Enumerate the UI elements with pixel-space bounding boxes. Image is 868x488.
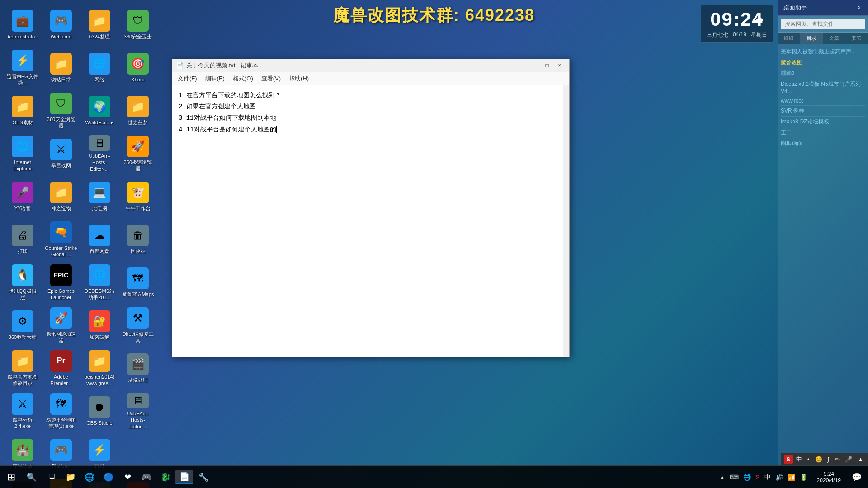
ime-item-mic[interactable]: 🎤 bbox=[843, 455, 854, 464]
desktop-icon-yiyou-map[interactable]: 🗺 易游平台地图管理(1).exe bbox=[43, 391, 79, 432]
news-item-7[interactable]: imoke8-DZ论坛模板 bbox=[781, 117, 865, 127]
taskbar-btn-tool[interactable]: 🔧 bbox=[194, 470, 212, 484]
desktop-icon-xunlei[interactable]: ⚡ 迅雷MPG文件操... bbox=[5, 47, 41, 88]
tray-network2-icon[interactable]: 📶 bbox=[786, 473, 797, 482]
ime-item-up[interactable]: ▲ bbox=[856, 455, 865, 464]
notepad-scrollbar[interactable] bbox=[563, 85, 569, 357]
ime-item-dot[interactable]: • bbox=[806, 455, 811, 464]
desktop-icon-360safe[interactable]: 🛡 360安全卫士 bbox=[120, 5, 156, 45]
taskbar-btn-desktop[interactable]: 🖥 bbox=[42, 470, 61, 484]
menu-help[interactable]: 帮助(H) bbox=[285, 73, 312, 84]
taskbar-btn-ie[interactable]: 🌐 bbox=[80, 470, 99, 484]
desktop-icon-epic[interactable]: EPIC Epic Games Launcher bbox=[43, 262, 79, 303]
shizilm-icon: 📁 bbox=[127, 96, 149, 117]
video-process-icon: 🎬 bbox=[127, 353, 149, 375]
news-item-3[interactable]: 蹦蹦3 bbox=[781, 68, 865, 79]
desktop-icon-0324[interactable]: 📁 0324整理 bbox=[81, 5, 118, 45]
desktop-icon-usbeam2[interactable]: 🖥 UsbEAm-Hosts-Editor-... bbox=[120, 391, 156, 432]
crack-label: 加密破解 bbox=[90, 334, 109, 340]
desktop-icon-dedecms[interactable]: 🌐 DEDECMS站助手201... bbox=[81, 262, 118, 303]
desktop-icon-wowmap-dir[interactable]: 📁 魔兽官方地图修改目录 bbox=[5, 348, 41, 389]
taskbar-clock[interactable]: 9:24 2020/4/19 bbox=[812, 471, 845, 483]
tray-battery-icon[interactable]: 🔋 bbox=[798, 473, 809, 482]
taskbar-btn-explorer[interactable]: 📁 bbox=[61, 470, 80, 484]
news-item-6[interactable]: SVR 例样 bbox=[781, 106, 865, 117]
sidebar-tab-qita[interactable]: 其它 bbox=[845, 33, 868, 44]
desktop-icon-beishen[interactable]: 📁 beishen2014(www.gree... bbox=[81, 348, 118, 389]
news-item-9[interactable]: 圆框画面 bbox=[781, 138, 865, 149]
ime-item-pencil[interactable]: ✏ bbox=[833, 455, 841, 464]
menu-file[interactable]: 文件(F) bbox=[174, 73, 201, 84]
notepad-minimize-btn[interactable]: ─ bbox=[528, 61, 540, 70]
notepad-content[interactable]: 1 在官方平台下载的地图怎么找到？ 2 如果在官方创建个人地图 3 11对战平台… bbox=[172, 85, 569, 357]
tray-network-icon[interactable]: 🌐 bbox=[742, 473, 752, 482]
desktop-icon-recycle[interactable]: 🗑 回收站 bbox=[120, 219, 156, 260]
ime-item-integral[interactable]: ∫ bbox=[826, 455, 831, 464]
tray-expand[interactable]: ▲ bbox=[717, 473, 726, 482]
desktop-icon-print[interactable]: 🖨 打印 bbox=[5, 219, 41, 260]
news-item-4[interactable]: Discuz x3.2模板 N5城市门户系列-V4 ... bbox=[781, 79, 865, 96]
tray-volume-icon[interactable]: 🔊 bbox=[774, 473, 784, 482]
desktop-icon-wegame[interactable]: 🎮 WeGame bbox=[43, 5, 79, 45]
desktop-icon-worldedit[interactable]: 🌍 WorldEdit...e bbox=[81, 90, 118, 131]
taskbar-btn-app4[interactable]: 🐉 bbox=[156, 470, 175, 484]
sidebar-search-input[interactable] bbox=[781, 19, 865, 29]
desktop-icon-wowmaps[interactable]: 🗺 魔兽官方Maps bbox=[120, 262, 156, 303]
desktop-icon-shizilm[interactable]: 📁 世之蓝梦 bbox=[120, 90, 156, 131]
menu-view[interactable]: 查看(V) bbox=[258, 73, 284, 84]
sidebar-close-btn[interactable]: × bbox=[856, 4, 863, 12]
desktop-icon-xhero[interactable]: 🎯 Xhero bbox=[120, 47, 156, 88]
desktop-icon-battlenet[interactable]: ⚔ 暴雪战网 bbox=[43, 133, 79, 174]
desktop-icon-tgame-acc[interactable]: 🚀 腾讯网游加速器 bbox=[43, 305, 79, 346]
desktop-icon-administrator[interactable]: 💼 Administrato r bbox=[5, 5, 41, 45]
taskbar-notification-btn[interactable]: 💬 bbox=[845, 466, 868, 488]
desktop-icon-video-process[interactable]: 🎬 录像处理 bbox=[120, 348, 156, 389]
menu-edit[interactable]: 编辑(E) bbox=[202, 73, 228, 84]
desktop-icon-360browser[interactable]: 🛡 360安全浏览器 bbox=[43, 90, 79, 131]
desktop-icon-daily[interactable]: 📁 访站日常 bbox=[43, 47, 79, 88]
notepad-line-3: 3 11对战平台如何下载地图到本地 bbox=[179, 113, 563, 124]
desktop-icon-crack[interactable]: 🔐 加密破解 bbox=[81, 305, 118, 346]
desktop-icon-usbeam[interactable]: 🖥 UsbEAm-Hosts-Editor-... bbox=[81, 133, 118, 174]
desktop-icon-baidupan[interactable]: ☁ 百度网盘 bbox=[81, 219, 118, 260]
desktop-icon-directx[interactable]: ⚒ DirectX修复工具 bbox=[120, 305, 156, 346]
desktop-icon-yy[interactable]: 🎤 YY语音 bbox=[5, 176, 41, 217]
start-button[interactable]: ⊞ bbox=[0, 466, 23, 488]
menu-format[interactable]: 格式(O) bbox=[229, 73, 257, 84]
app3-taskbar-icon: 🎮 bbox=[142, 472, 151, 482]
taskbar-btn-notepad[interactable]: 📄 bbox=[175, 470, 193, 484]
desktop-icon-360speed[interactable]: 🚀 360极速浏览器 bbox=[120, 133, 156, 174]
news-item-2[interactable]: 魔兽改图 bbox=[781, 57, 865, 68]
desktop-icon-obs-material[interactable]: 📁 OBS素材 bbox=[5, 90, 41, 131]
ime-item-s[interactable]: S bbox=[784, 455, 793, 464]
tray-ime-icon[interactable]: S bbox=[754, 473, 761, 482]
notepad-close-btn[interactable]: × bbox=[554, 61, 566, 70]
tray-keyboard-icon[interactable]: ⌨ bbox=[728, 473, 740, 482]
desktop-icon-niuworkbench[interactable]: 🐮 牛牛工作台 bbox=[120, 176, 156, 217]
news-item-5[interactable]: www.root bbox=[781, 96, 865, 106]
news-item-8[interactable]: 正二 bbox=[781, 127, 865, 138]
sidebar-tab-xijie[interactable]: 细细 bbox=[778, 33, 801, 44]
notepad-maximize-btn[interactable]: □ bbox=[541, 61, 553, 70]
tray-cn-icon[interactable]: 中 bbox=[763, 472, 772, 482]
desktop-icon-360driver[interactable]: ⚙ 360驱动大师 bbox=[5, 305, 41, 346]
taskbar-search-button[interactable]: 🔍 bbox=[23, 466, 41, 488]
taskbar-btn-app1[interactable]: 🔵 bbox=[99, 470, 118, 484]
desktop-icon-network[interactable]: 🌐 网络 bbox=[81, 47, 118, 88]
news-item-1[interactable]: 美军因人被强制戴上超高声声... bbox=[781, 47, 865, 57]
desktop-icon-mypc[interactable]: 💻 此电脑 bbox=[81, 176, 118, 217]
desktop-icon-qq[interactable]: 🐧 腾讯QQ极限版 bbox=[5, 262, 41, 303]
ime-item-emoji[interactable]: 😊 bbox=[813, 455, 824, 464]
desktop-icon-wowanalyze[interactable]: ⚔ 魔兽分析2.4.exe bbox=[5, 391, 41, 432]
sidebar-tab-wenzhang[interactable]: 文章 bbox=[823, 33, 846, 44]
ime-item-cn[interactable]: 中 bbox=[794, 454, 804, 464]
desktop-icon-ie[interactable]: 🌐 Internet Explorer bbox=[5, 133, 41, 174]
sidebar-tab-mulu[interactable]: 目录 bbox=[801, 33, 823, 44]
taskbar-btn-app2[interactable]: ❤ bbox=[118, 470, 137, 484]
desktop-icon-shenzaowu[interactable]: 📁 神之造物 bbox=[43, 176, 79, 217]
desktop-icon-obs-studio[interactable]: ⏺ OBS Studio bbox=[81, 391, 118, 432]
desktop-icon-adobe-pr[interactable]: Pr Adobe Premier... bbox=[43, 348, 79, 389]
sidebar-minimize-btn[interactable]: ─ bbox=[846, 4, 854, 12]
desktop-icon-csgo[interactable]: 🔫 Counter-Strike Global ... bbox=[43, 219, 79, 260]
taskbar-btn-app3[interactable]: 🎮 bbox=[137, 470, 156, 484]
